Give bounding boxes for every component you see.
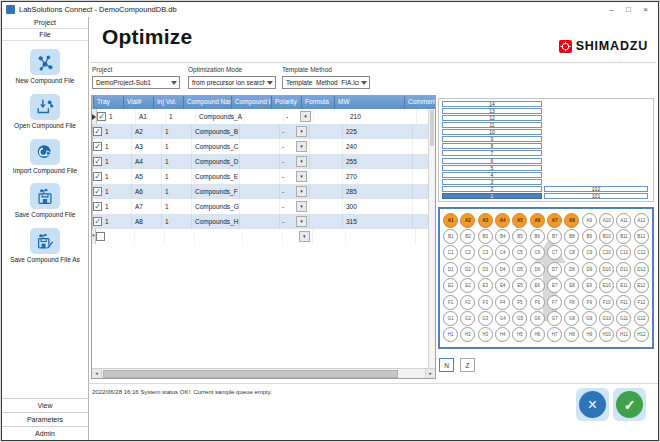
column-header-comment[interactable]: Comment	[405, 96, 436, 109]
table-row[interactable]: ✓1A21Compounds_B-▾225	[92, 124, 435, 139]
column-header-tray[interactable]: Tray	[94, 96, 124, 109]
well-B4[interactable]: B4	[495, 229, 510, 244]
rack-slot-9[interactable]: 9	[442, 136, 650, 142]
polarity-dropdown-icon[interactable]: ▾	[296, 201, 307, 212]
well-G7[interactable]: G7	[547, 311, 562, 326]
rack-slot-10[interactable]: 10	[442, 129, 650, 135]
sidebar-item-open-compound-file[interactable]: Open Compound File	[5, 94, 85, 130]
sidebar-footer-parameters[interactable]: Parameters	[2, 412, 88, 426]
well-E1[interactable]: E1	[443, 278, 458, 293]
column-header-vial[interactable]: Vial#	[124, 96, 154, 109]
minimize-button[interactable]: –	[603, 5, 620, 14]
well-E8[interactable]: E8	[564, 278, 579, 293]
column-header-polarity[interactable]: Polarity	[272, 96, 302, 109]
well-H11[interactable]: H11	[616, 327, 631, 342]
rack-slot-3[interactable]: 3	[442, 179, 650, 185]
row-checkbox[interactable]: ✓	[93, 127, 102, 136]
template-method-select[interactable]: Template_Method_FIA.lcm	[282, 76, 370, 89]
well-D5[interactable]: D5	[512, 262, 527, 277]
well-E2[interactable]: E2	[460, 278, 475, 293]
column-header-formula[interactable]: Formula	[302, 96, 335, 109]
scroll-right-icon[interactable]: ▸	[425, 369, 435, 378]
well-B7[interactable]: B7	[547, 229, 562, 244]
rack-slot-1[interactable]: 1101	[442, 193, 650, 199]
rack-slot-14[interactable]: 14	[442, 101, 650, 107]
well-F3[interactable]: F3	[478, 295, 493, 310]
well-E3[interactable]: E3	[478, 278, 493, 293]
well-E12[interactable]: E12	[634, 278, 649, 293]
well-F7[interactable]: F7	[547, 295, 562, 310]
well-G2[interactable]: G2	[460, 311, 475, 326]
well-B5[interactable]: B5	[512, 229, 527, 244]
column-header-compound-id[interactable]: Compound ID	[232, 96, 272, 109]
well-C3[interactable]: C3	[478, 245, 493, 260]
well-C7[interactable]: C7	[547, 245, 562, 260]
sidebar-item-save-compound-file[interactable]: Save Compound File	[5, 183, 85, 219]
well-B3[interactable]: B3	[478, 229, 493, 244]
row-checkbox[interactable]: ✓	[93, 187, 102, 196]
horizontal-scrollbar[interactable]: ◂ ▸	[92, 368, 435, 378]
well-A2[interactable]: A2	[460, 213, 475, 228]
well-F12[interactable]: F12	[634, 295, 649, 310]
maximize-button[interactable]: □	[620, 5, 637, 14]
rack-slot-4[interactable]: 4	[442, 172, 650, 178]
horizontal-scrollbar-thumb[interactable]	[103, 370, 398, 378]
well-A5[interactable]: A5	[512, 213, 527, 228]
well-H6[interactable]: H6	[530, 327, 545, 342]
rack-slot-11[interactable]: 11	[442, 122, 650, 128]
well-C2[interactable]: C2	[460, 245, 475, 260]
well-B6[interactable]: B6	[530, 229, 545, 244]
sidebar-footer-view[interactable]: View	[2, 398, 88, 412]
order-z-button[interactable]: Z	[460, 358, 475, 372]
well-F2[interactable]: F2	[460, 295, 475, 310]
row-checkbox[interactable]: ✓	[93, 157, 102, 166]
well-F10[interactable]: F10	[599, 295, 614, 310]
optimization-mode-select[interactable]: from precursor ion search	[188, 76, 276, 89]
well-G1[interactable]: G1	[443, 311, 458, 326]
polarity-dropdown-icon[interactable]: ▾	[296, 186, 307, 197]
well-F6[interactable]: F6	[530, 295, 545, 310]
polarity-dropdown-icon[interactable]: ▾	[296, 156, 307, 167]
well-A9[interactable]: A9	[582, 213, 597, 228]
well-A10[interactable]: A10	[599, 213, 614, 228]
well-E4[interactable]: E4	[495, 278, 510, 293]
row-checkbox[interactable]: ✓	[93, 217, 102, 226]
well-C9[interactable]: C9	[582, 245, 597, 260]
row-checkbox[interactable]: ✓	[93, 202, 102, 211]
well-H5[interactable]: H5	[512, 327, 527, 342]
well-B11[interactable]: B11	[616, 229, 631, 244]
well-D6[interactable]: D6	[530, 262, 545, 277]
polarity-dropdown-icon[interactable]: ▾	[296, 216, 307, 227]
column-header-compound-name[interactable]: Compound Name	[184, 96, 232, 109]
well-A4[interactable]: A4	[495, 213, 510, 228]
sidebar-item-import-compound-file[interactable]: Import Compound File	[5, 139, 85, 175]
well-H8[interactable]: H8	[564, 327, 579, 342]
well-C1[interactable]: C1	[443, 245, 458, 260]
well-D10[interactable]: D10	[599, 262, 614, 277]
well-G8[interactable]: G8	[564, 311, 579, 326]
row-checkbox[interactable]: ✓	[93, 142, 102, 151]
well-C6[interactable]: C6	[530, 245, 545, 260]
well-G5[interactable]: G5	[512, 311, 527, 326]
row-checkbox[interactable]: ✓	[93, 172, 102, 181]
row-checkbox[interactable]: ✓	[97, 112, 106, 121]
table-row[interactable]: ✓1A81Compounds_H-▾315	[92, 214, 435, 229]
rack-slot-12[interactable]: 12	[442, 115, 650, 121]
vertical-scrollbar[interactable]	[428, 109, 435, 368]
well-A12[interactable]: A12	[634, 213, 649, 228]
table-row[interactable]: ✓1A41Compounds_D-▾255	[92, 154, 435, 169]
well-C10[interactable]: C10	[599, 245, 614, 260]
well-E7[interactable]: E7	[547, 278, 562, 293]
well-C4[interactable]: C4	[495, 245, 510, 260]
well-F8[interactable]: F8	[564, 295, 579, 310]
well-A11[interactable]: A11	[616, 213, 631, 228]
well-H2[interactable]: H2	[460, 327, 475, 342]
confirm-button[interactable]: ✓	[613, 388, 646, 421]
well-H7[interactable]: H7	[547, 327, 562, 342]
well-C12[interactable]: C12	[634, 245, 649, 260]
well-H3[interactable]: H3	[478, 327, 493, 342]
well-A7[interactable]: A7	[547, 213, 562, 228]
row-checkbox[interactable]	[96, 232, 105, 241]
well-A8[interactable]: A8	[564, 213, 579, 228]
well-G4[interactable]: G4	[495, 311, 510, 326]
